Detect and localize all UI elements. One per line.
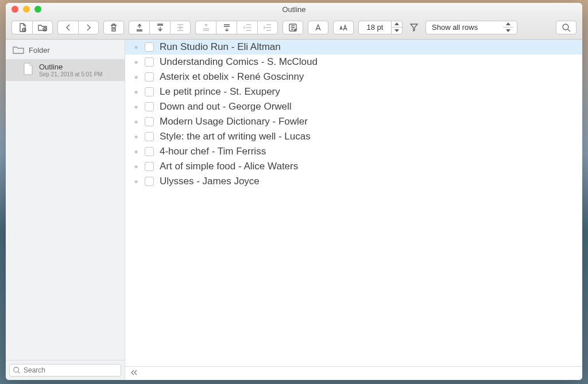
row-bullet: ●	[133, 118, 139, 126]
app-window: Outline	[6, 3, 582, 380]
font-size-down-button[interactable]	[392, 28, 402, 34]
chevron-down-icon	[506, 29, 510, 32]
chevron-left-icon	[64, 23, 73, 32]
row-bullet: ●	[133, 58, 139, 66]
row-text[interactable]: Art of simple food - Alice Waters	[160, 161, 298, 172]
toolbar: 18 pt Show all rows	[6, 15, 582, 40]
sidebar-search-bar	[6, 360, 125, 380]
row-checkbox[interactable]	[145, 162, 154, 171]
outline-row[interactable]: ●Ulysses - James Joyce	[125, 174, 582, 189]
row-text[interactable]: Down and out - George Orwell	[160, 101, 292, 113]
minimize-window-button[interactable]	[23, 6, 30, 13]
row-checkbox[interactable]	[145, 57, 154, 67]
search-button[interactable]	[556, 21, 577, 34]
row-bullet: ●	[133, 88, 139, 96]
svg-point-3	[563, 24, 568, 30]
indent-button[interactable]	[257, 21, 278, 34]
text-size-button[interactable]	[333, 21, 354, 34]
delete-button[interactable]	[103, 21, 124, 34]
outline-row[interactable]: ●Modern Usage Dictionary - Fowler	[125, 114, 582, 129]
collapse-sidebar-button[interactable]	[130, 369, 138, 379]
insert-inside-icon	[176, 23, 185, 32]
font-size-control[interactable]: 18 pt	[358, 21, 403, 34]
filter-button[interactable]	[407, 21, 421, 34]
row-text[interactable]: Le petit prince - St. Exupery	[160, 86, 280, 98]
row-bullet: ●	[133, 177, 139, 185]
nav-forward-button[interactable]	[78, 21, 99, 34]
chevron-right-icon	[84, 23, 93, 32]
outline-list[interactable]: ●Run Studio Run - Eli Altman●Understandi…	[125, 40, 582, 366]
row-text[interactable]: Ulysses - James Joyce	[160, 176, 260, 187]
row-text[interactable]: 4-hour chef - Tim Ferriss	[160, 146, 266, 157]
row-checkbox[interactable]	[145, 102, 154, 111]
outline-row[interactable]: ●Down and out - George Orwell	[125, 99, 582, 114]
add-row-inside-button[interactable]	[170, 21, 191, 34]
row-text[interactable]: Asterix et obelix - René Goscinny	[160, 71, 304, 83]
outline-row[interactable]: ●4-hour chef - Tim Ferriss	[125, 144, 582, 159]
search-icon	[562, 23, 571, 32]
document-plus-icon	[18, 23, 27, 32]
zoom-window-button[interactable]	[34, 6, 41, 13]
trash-icon	[109, 23, 118, 32]
outline-row[interactable]: ●Le petit prince - St. Exupery	[125, 84, 582, 99]
open-folder-button[interactable]	[32, 21, 53, 34]
sidebar-section-folder[interactable]: Folder	[6, 40, 125, 59]
row-text[interactable]: Modern Usage Dictionary - Fowler	[160, 116, 308, 127]
sidebar: Folder Outline Sep 21, 2018 at 5:01 PM	[6, 40, 125, 380]
row-text[interactable]: Run Studio Run - Eli Altman	[160, 41, 281, 53]
font-size-up-button[interactable]	[392, 21, 402, 28]
sidebar-file-name: Outline	[39, 63, 103, 71]
folder-icon	[13, 45, 24, 55]
row-checkbox[interactable]	[145, 147, 154, 156]
row-checkbox[interactable]	[145, 72, 154, 82]
row-checkbox[interactable]	[145, 132, 154, 141]
row-bullet: ●	[133, 148, 139, 156]
outline-row[interactable]: ●Style: the art of writing well - Lucas	[125, 129, 582, 144]
row-text[interactable]: Understanding Comics - S. McCloud	[160, 56, 318, 68]
move-down-button[interactable]	[216, 21, 237, 34]
row-bullet: ●	[133, 133, 139, 141]
row-checkbox[interactable]	[145, 117, 154, 126]
insert-below-icon	[156, 23, 165, 32]
search-input[interactable]	[9, 364, 121, 377]
row-bullet: ●	[133, 162, 139, 170]
titlebar[interactable]: Outline	[6, 3, 582, 15]
outline-row[interactable]: ●Understanding Comics - S. McCloud	[125, 55, 582, 69]
font-size-value: 18 pt	[359, 23, 391, 32]
outdent-icon	[243, 23, 252, 32]
nav-back-button[interactable]	[57, 21, 78, 34]
move-down-icon	[222, 23, 231, 32]
row-checkbox[interactable]	[145, 42, 154, 52]
close-window-button[interactable]	[11, 6, 18, 13]
move-up-icon	[202, 23, 211, 32]
outdent-button[interactable]	[237, 21, 257, 34]
outline-row[interactable]: ●Art of simple food - Alice Waters	[125, 159, 582, 174]
sidebar-file-item[interactable]: Outline Sep 21, 2018 at 5:01 PM	[6, 59, 125, 81]
chevron-up-icon	[506, 22, 510, 25]
row-text[interactable]: Style: the art of writing well - Lucas	[160, 131, 311, 142]
notes-button[interactable]	[283, 21, 303, 34]
add-row-below-button[interactable]	[149, 21, 170, 34]
sidebar-file-date: Sep 21, 2018 at 5:01 PM	[39, 71, 103, 77]
content-area: ●Run Studio Run - Eli Altman●Understandi…	[125, 40, 582, 380]
outline-row[interactable]: ●Run Studio Run - Eli Altman	[125, 40, 582, 55]
folder-plus-icon	[38, 23, 47, 32]
add-row-above-button[interactable]	[129, 21, 149, 34]
main-area: Folder Outline Sep 21, 2018 at 5:01 PM ●…	[6, 40, 582, 380]
chevrons-left-icon	[130, 369, 138, 377]
row-checkbox[interactable]	[145, 87, 154, 96]
window-title: Outline	[6, 5, 582, 14]
row-filter-select[interactable]: Show all rows	[425, 21, 517, 34]
font-button[interactable]	[308, 21, 328, 34]
traffic-lights	[6, 6, 41, 13]
move-up-button[interactable]	[195, 21, 216, 34]
row-checkbox[interactable]	[145, 177, 154, 186]
document-icon	[23, 63, 33, 77]
outline-row[interactable]: ●Asterix et obelix - René Goscinny	[125, 69, 582, 84]
chevron-down-icon	[394, 29, 399, 32]
row-bullet: ●	[133, 73, 139, 81]
row-bullet: ●	[133, 103, 139, 111]
insert-above-icon	[135, 23, 144, 32]
new-document-button[interactable]	[11, 21, 32, 34]
font-icon	[314, 23, 323, 32]
